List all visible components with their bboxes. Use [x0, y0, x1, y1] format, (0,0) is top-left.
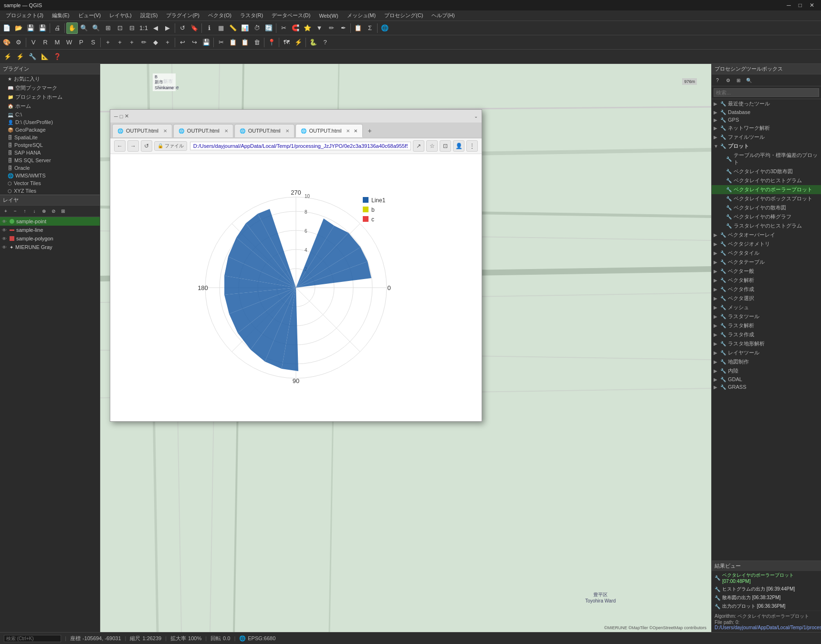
nav-share-button[interactable]: ↗ [413, 140, 424, 152]
result-item-scatter2[interactable]: 🔧 散布図の出力 [06:38:32PM] [712, 593, 821, 602]
remove-layer-btn[interactable]: − [11, 207, 20, 216]
tree-item-network[interactable]: ▶ 🔧 ネットワーク解析 [712, 124, 821, 133]
url-bar[interactable] [190, 142, 411, 150]
tree-item-raster-analysis[interactable]: ▶ 🔧 ラスタ解析 [712, 321, 821, 330]
tree-item-3d-scatter[interactable]: 🔧 ベクタレイヤの3D散布図 [712, 167, 821, 176]
tree-item-vector-create[interactable]: ▶ 🔧 ベクタ作成 [712, 285, 821, 294]
visibility-icon[interactable]: 👁 [2, 228, 7, 233]
node-button[interactable]: ▼ [314, 22, 325, 34]
add-postgis-button[interactable]: P [75, 37, 87, 48]
layer-filter-btn[interactable]: ⊘ [49, 207, 58, 216]
node-edit-button[interactable]: ◆ [150, 37, 161, 48]
tab-close-1[interactable]: ✕ [163, 128, 167, 134]
tab-close-2[interactable]: ✕ [224, 128, 228, 134]
config-button[interactable]: ⭐ [302, 22, 313, 34]
close-button[interactable]: ✕ [807, 2, 817, 9]
tree-item-vector-geo[interactable]: ▶ 🔧 ベクタジオメトリ [712, 239, 821, 249]
cut-feat-button[interactable]: ✂ [215, 37, 227, 48]
layer-up-btn[interactable]: ↑ [20, 207, 30, 216]
timer-button[interactable]: ⏱ [251, 22, 263, 34]
plugin-item-favorites[interactable]: ★ お気に入り [0, 74, 100, 83]
digitize-button[interactable]: ✒ [337, 22, 349, 34]
plugin-item-mssql[interactable]: 🗄 MS SQL Server [0, 156, 100, 164]
snapping-button[interactable]: 🧲 [290, 22, 301, 34]
help2-button[interactable]: ? [319, 37, 331, 48]
add-layer-btn[interactable]: + [1, 207, 11, 216]
map-area[interactable]: 新市Shinkame 豊平区Toyohira Ward ©MIERUNE ©Ma… [100, 64, 711, 632]
zoom-out-button[interactable]: 🔍 [90, 22, 102, 34]
plugin-btn5[interactable]: ❓ [52, 51, 63, 62]
layer-props-button[interactable]: ⚙ [13, 37, 24, 48]
pan-previous-button[interactable]: ◀ [150, 22, 161, 34]
maximize-button[interactable]: □ [796, 2, 805, 9]
nav-back-button[interactable]: ← [114, 140, 126, 152]
browser-max-btn[interactable]: □ [120, 114, 123, 119]
tree-item-vector-tile[interactable]: ▶ 🔧 ベクタタイル [712, 249, 821, 258]
copy-feat-button[interactable]: 📋 [227, 37, 239, 48]
plugin-btn4[interactable]: 📐 [39, 51, 51, 62]
tree-item-filetool[interactable]: ▶ 🔧 ファイルツール [712, 133, 821, 142]
tree-item-cartography[interactable]: ▶ 🔧 地図制作 [712, 357, 821, 366]
tree-item-bar[interactable]: 🔧 ベクタレイヤの棒グラフ [712, 212, 821, 221]
plugin-item-bookmarks[interactable]: 📖 空間ブックマーク [0, 83, 100, 93]
tree-item-polar-plot[interactable]: 🔧 ベクタレイヤのポーラープロット [712, 185, 821, 194]
tab-close-4[interactable]: ✕ [346, 128, 350, 134]
new-spatialite-button[interactable]: + [126, 37, 137, 48]
plugin-item-xyz-tiles[interactable]: ⬡ XYZ Tiles [0, 187, 100, 195]
tree-item-recent[interactable]: ▶ 🔧 最近使ったツール [712, 99, 821, 108]
tab-close-3[interactable]: ✕ [285, 128, 289, 134]
crs-button[interactable]: 🌐 [379, 22, 390, 34]
tree-item-histogram[interactable]: 🔧 ベクタレイヤのヒストグラム [712, 176, 821, 185]
tree-item-raster-hist[interactable]: 🔧 ラスタレイヤのヒストグラム [712, 221, 821, 230]
tree-item-scatter[interactable]: 🔧 ベクタレイヤの散布図 [712, 203, 821, 212]
visibility-icon[interactable]: 👁 [2, 219, 7, 224]
refresh2-button[interactable]: 🔄 [263, 22, 274, 34]
tree-item-mean-plot[interactable]: 🔧 テーブルの平均・標準偏差のプロット [712, 151, 821, 167]
layer-item-sample-point[interactable]: 👁 sample-point [0, 217, 100, 226]
toolbox-help-btn[interactable]: ? [713, 75, 722, 85]
add-mesh-button[interactable]: M [52, 37, 63, 48]
result-item-polar[interactable]: 🔧 ベクタレイヤのポーラープロット [07:00:48PM] [712, 571, 821, 585]
plugin-item-geopackage[interactable]: 📦 GeoPackage [0, 126, 100, 134]
menu-help[interactable]: ヘルプ(H) [428, 11, 458, 20]
layer-down-btn[interactable]: ↓ [30, 207, 39, 216]
open-project-button[interactable]: 📂 [13, 22, 24, 34]
measure-button[interactable]: 📏 [227, 22, 239, 34]
nav-user-button[interactable]: 👤 [453, 140, 464, 152]
field-calc-button[interactable]: Σ [364, 22, 376, 34]
minimize-button[interactable]: ─ [784, 2, 794, 9]
plugin-item-project-home[interactable]: 📁 プロジェクトホーム [0, 93, 100, 102]
zoom-in-button[interactable]: 🔍 [78, 22, 90, 34]
nav-split-button[interactable]: ⊡ [440, 140, 451, 152]
tree-item-vector-select[interactable]: ▶ 🔧 ベクタ選択 [712, 294, 821, 303]
plugin-item-sap-hana[interactable]: 🗄 SAP HANA [0, 149, 100, 156]
nav-reload-button[interactable]: ↺ [141, 140, 152, 152]
layer-group-btn[interactable]: ⊕ [39, 207, 49, 216]
zoom-selection-button[interactable]: ⊡ [114, 22, 126, 34]
openstreetmap-button[interactable]: 🗺 [281, 37, 292, 48]
add-spatialite-button[interactable]: S [87, 37, 99, 48]
new-geopackage-button[interactable]: + [102, 37, 114, 48]
menu-edit[interactable]: 編集(E) [48, 11, 74, 20]
edit-button[interactable]: ✏ [138, 37, 149, 48]
save-project-button[interactable]: 💾 [25, 22, 36, 34]
menu-processing[interactable]: プロセシング(C) [380, 11, 427, 20]
new-tab-button[interactable]: + [364, 125, 375, 136]
bookmarks-button[interactable]: 🔖 [189, 22, 200, 34]
zoom-native-button[interactable]: 1:1 [138, 22, 149, 34]
pan-button[interactable]: ✋ [66, 22, 78, 34]
add-feat-button[interactable]: + [162, 37, 173, 48]
tree-item-boxplot[interactable]: 🔧 ベクタレイヤのボックスプロット [712, 194, 821, 203]
select-button[interactable]: ▦ [215, 22, 227, 34]
undo-button[interactable]: ↩ [177, 37, 188, 48]
tree-item-vector-general[interactable]: ▶ 🔧 ベクター般 [712, 267, 821, 276]
delete-feat-button[interactable]: 🗑 [251, 37, 263, 48]
toolbox-expand-btn[interactable]: ⊞ [734, 75, 743, 85]
tree-item-layer-tool[interactable]: ▶ 🔧 レイヤツール [712, 348, 821, 357]
redo-button[interactable]: ↪ [189, 37, 200, 48]
tab-close-active[interactable]: ✕ [354, 128, 358, 134]
add-vector-button[interactable]: V [28, 37, 39, 48]
menu-database[interactable]: データベース(D) [268, 11, 314, 20]
tree-item-grass[interactable]: ▶ 🔧 GRASS [712, 383, 821, 391]
print-button[interactable]: 🖨 [52, 22, 63, 34]
